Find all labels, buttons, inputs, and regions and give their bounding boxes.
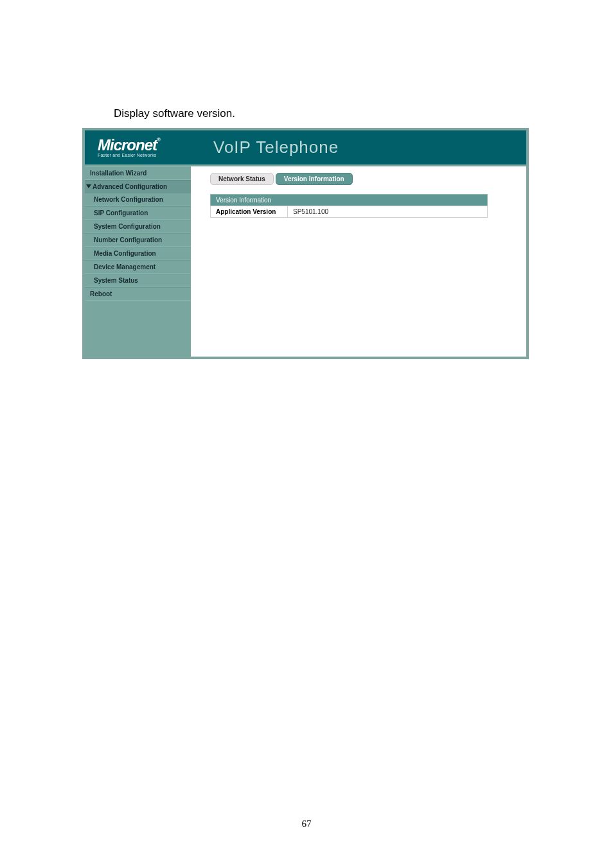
- tab-network-status[interactable]: Network Status: [210, 173, 274, 185]
- info-row-app-version: Application Version SP5101.100: [210, 206, 488, 218]
- sidebar-item-reboot[interactable]: Reboot: [85, 287, 191, 301]
- logo-main-text: Micronet®: [98, 137, 191, 153]
- logo-tagline: Faster and Easier Networks: [98, 153, 191, 157]
- page-title: VoIP Telephone: [213, 137, 339, 157]
- sidebar-item-media-config[interactable]: Media Configuration: [85, 247, 191, 260]
- sidebar-item-system-config[interactable]: System Configuration: [85, 220, 191, 233]
- header: Micronet® Faster and Easier Networks VoI…: [85, 130, 526, 164]
- sidebar-item-installation-wizard[interactable]: Installation Wizard: [85, 166, 191, 180]
- tab-version-information[interactable]: Version Information: [276, 173, 353, 185]
- page-caption: Display software version.: [114, 107, 235, 120]
- main-content: Network Status Version Information Versi…: [191, 164, 526, 357]
- sidebar-item-number-config[interactable]: Number Configuration: [85, 233, 191, 247]
- panel-header: Version Information: [210, 194, 488, 206]
- tab-bar: Network Status Version Information: [210, 173, 515, 185]
- triangle-down-icon: [86, 184, 91, 188]
- sidebar-section-advanced[interactable]: Advanced Configuration: [85, 180, 191, 193]
- app-version-label: Application Version: [211, 206, 288, 217]
- sidebar-item-device-mgmt[interactable]: Device Management: [85, 260, 191, 274]
- page-number: 67: [0, 819, 613, 829]
- brand-logo: Micronet® Faster and Easier Networks: [85, 137, 191, 157]
- app-window: Micronet® Faster and Easier Networks VoI…: [82, 128, 529, 359]
- sidebar-item-sip-config[interactable]: SIP Configuration: [85, 206, 191, 220]
- sidebar-item-system-status[interactable]: System Status: [85, 274, 191, 287]
- sidebar-item-network-config[interactable]: Network Configuration: [85, 193, 191, 206]
- body: Installation Wizard Advanced Configurati…: [85, 164, 526, 357]
- sidebar: Installation Wizard Advanced Configurati…: [85, 164, 191, 357]
- app-version-value: SP5101.100: [288, 206, 487, 217]
